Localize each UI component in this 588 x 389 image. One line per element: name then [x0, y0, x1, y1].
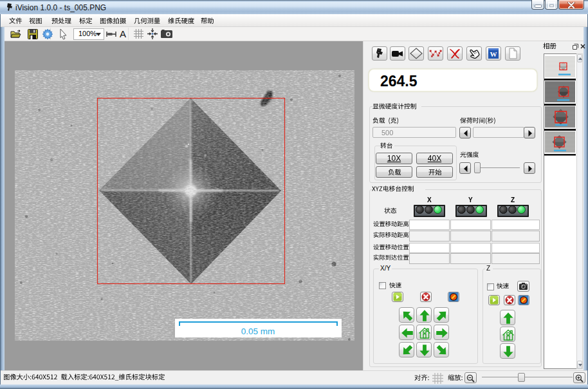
svg-text:0.05 mm: 0.05 mm — [241, 327, 275, 336]
svg-text:W: W — [490, 50, 497, 58]
